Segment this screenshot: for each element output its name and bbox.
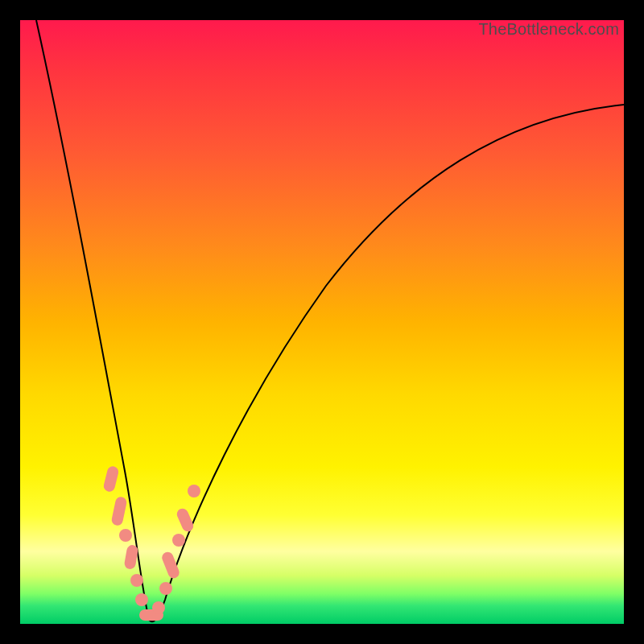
chart-plot-area: TheBottleneck.com — [20, 20, 624, 624]
marker-pill — [124, 544, 139, 570]
marker-dot — [152, 601, 165, 614]
bottleneck-chart — [20, 20, 624, 624]
marker-dot — [135, 593, 148, 606]
marker-dot — [172, 534, 185, 547]
marker-dot — [130, 574, 143, 587]
marker-pill — [102, 465, 119, 493]
marker-dot — [159, 582, 172, 595]
marker-pill — [175, 506, 196, 533]
watermark-text: TheBottleneck.com — [478, 20, 619, 39]
marker-pill — [110, 496, 127, 526]
marker-dot — [188, 485, 200, 497]
marker-dot — [119, 529, 132, 542]
marker-pill — [160, 551, 181, 580]
